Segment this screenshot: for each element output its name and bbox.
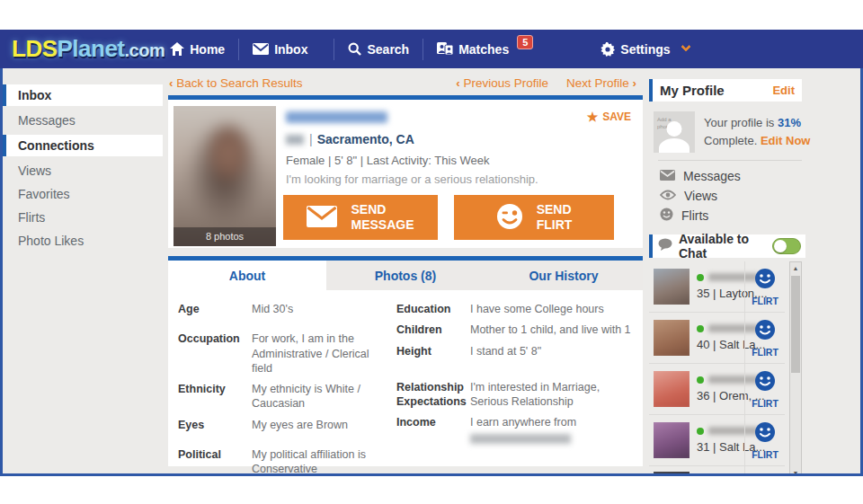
nav-settings[interactable]: Settings (601, 42, 689, 57)
about-field-income: Income I earn anywhere from (396, 415, 643, 443)
my-profile-header: My Profile Edit (649, 79, 802, 102)
nav-divider (334, 39, 334, 60)
sidebar-link-views[interactable]: Views (660, 189, 859, 203)
sidebar-link-flirts[interactable]: Flirts (660, 208, 859, 223)
online-dot (697, 376, 704, 384)
back-to-search-link[interactable]: ‹ Back to Search Results (169, 76, 303, 90)
previous-profile-link[interactable]: ‹ Previous Profile (456, 76, 548, 90)
about-right-column: Education I have some College hours Chil… (395, 302, 643, 466)
profile-tabs: About Photos (8) Our History (168, 256, 643, 290)
logo-planet: Planet (58, 35, 125, 62)
online-dot (697, 274, 704, 281)
list-item[interactable]: 31 | Salt La... FLIRT (649, 415, 785, 466)
smiley-icon (754, 421, 776, 447)
blurred-age (286, 135, 304, 145)
list-item-partial (649, 466, 785, 476)
flirt-button[interactable]: FLIRT (744, 261, 785, 312)
avatar-silhouette-body (659, 138, 690, 153)
about-field-ethnicity: Ethnicity My ethnicity is White / Caucas… (178, 382, 395, 411)
gear-icon (601, 42, 615, 57)
profile-details: Female | 5' 8" | Last Activity: This Wee… (286, 154, 538, 167)
edit-profile-link[interactable]: Edit (772, 84, 795, 97)
speech-bubble-icon (658, 238, 672, 254)
blurred-photo (173, 106, 276, 246)
flirt-button[interactable]: FLIRT (744, 313, 785, 363)
list-item[interactable]: 36 | Orem, ... FLIRT (649, 364, 785, 415)
about-field-education: Education I have some College hours (396, 302, 643, 316)
avatar[interactable]: Add a photo (654, 111, 695, 153)
sidebar-item-flirts[interactable]: Flirts (3, 208, 163, 227)
profile-info: | Sacramento, CA Female | 5' 8" | Last A… (286, 111, 538, 186)
chat-list-scrollbar[interactable]: ▲ ▼ (789, 261, 802, 476)
sidebar-link-messages[interactable]: Messages (660, 169, 859, 183)
completeness-percent: 31% (778, 116, 801, 129)
nav-matches-label: Matches (458, 42, 509, 57)
envelope-icon (660, 169, 675, 183)
envelope-icon (307, 206, 337, 230)
available-to-chat-label: Available to Chat (679, 232, 766, 261)
next-profile-link[interactable]: Next Profile › (566, 76, 636, 90)
site-logo[interactable]: LDSPlanet.com (12, 35, 165, 63)
tab-about[interactable]: About (168, 261, 326, 290)
online-dot (697, 428, 704, 435)
scroll-up-arrow[interactable]: ▲ (790, 265, 801, 271)
flirt-label: FLIRT (752, 449, 778, 460)
tab-photos[interactable]: Photos (8) (326, 261, 485, 290)
sidebar-item-views[interactable]: Views (3, 161, 163, 181)
wink-smiley-icon (496, 203, 523, 233)
save-profile-button[interactable]: ★ SAVE (587, 111, 631, 123)
sidebar-item-connections[interactable]: Connections (3, 135, 163, 156)
member-thumbnail[interactable] (654, 371, 690, 407)
member-thumbnail (654, 472, 690, 476)
flirt-label: FLIRT (752, 347, 778, 358)
chat-availability-toggle[interactable] (772, 238, 801, 254)
edit-now-link[interactable]: Edit Now (761, 134, 811, 147)
list-item[interactable]: 35 | Layton,... FLIRT (649, 261, 785, 313)
flirt-button[interactable]: FLIRT (744, 415, 785, 465)
member-thumbnail[interactable] (654, 269, 690, 305)
sidebar-item-favorites[interactable]: Favorites (3, 184, 163, 204)
nav-search[interactable]: Search (348, 42, 409, 57)
profile-location: Sacramento, CA (317, 132, 414, 146)
profile-photo[interactable]: 8 photos (173, 106, 276, 246)
right-sidebar: My Profile Edit Add a photo Your profile… (645, 68, 859, 473)
envelope-icon (253, 43, 269, 55)
nav-inbox[interactable]: Inbox (253, 42, 307, 57)
scroll-down-arrow[interactable]: ▼ (790, 470, 801, 476)
breadcrumb: ‹ Back to Search Results ‹ Previous Prof… (163, 68, 645, 95)
nav-matches[interactable]: Matches 5 (437, 42, 533, 57)
send-flirt-button[interactable]: SEND FLIRT (454, 195, 614, 240)
send-message-button[interactable]: SEND MESSAGE (283, 195, 438, 240)
flirt-button[interactable]: FLIRT (744, 364, 785, 414)
nav-home[interactable]: Home (170, 42, 225, 57)
profile-location-row: | Sacramento, CA (286, 132, 538, 146)
blurred-username (286, 111, 387, 123)
profile-tagline: I'm looking for marriage or a serious re… (286, 172, 538, 186)
blurred-income (470, 434, 571, 444)
sidebar-item-photo-likes[interactable]: Photo Likes (3, 231, 163, 251)
nav-divider (238, 39, 239, 60)
toggle-knob (774, 240, 787, 252)
chevron-left-icon: ‹ (169, 76, 173, 90)
sidebar-item-messages[interactable]: Messages (3, 111, 163, 130)
member-thumbnail[interactable] (654, 320, 690, 356)
star-icon: ★ (587, 111, 599, 122)
app-frame: Inbox Messages Connections Views Favorit… (0, 68, 863, 476)
about-field-political: Political My political affiliation is Co… (178, 447, 395, 476)
about-panel: Age Mid 30's Occupation For work, I am i… (168, 290, 643, 466)
about-left-column: Age Mid 30's Occupation For work, I am i… (168, 302, 395, 466)
blurred-photo (654, 371, 690, 407)
list-item[interactable]: 40 | Salt La... FLIRT (649, 313, 785, 364)
member-thumbnail[interactable] (654, 422, 690, 458)
smiley-icon (660, 208, 673, 224)
online-dot (697, 325, 704, 332)
avatar-silhouette-head (667, 121, 682, 137)
scrollbar-thumb[interactable] (791, 276, 800, 373)
save-label: SAVE (602, 111, 631, 123)
tab-our-history[interactable]: Our History (485, 261, 643, 290)
sidebar-item-inbox[interactable]: Inbox (3, 84, 163, 106)
profile-completeness: Add a photo Your profile is 31% Complete… (654, 111, 859, 153)
about-field-age: Age Mid 30's (178, 302, 395, 316)
about-field-occupation: Occupation For work, I am in the Adminis… (178, 332, 395, 376)
left-sidebar: Inbox Messages Connections Views Favorit… (3, 68, 163, 473)
